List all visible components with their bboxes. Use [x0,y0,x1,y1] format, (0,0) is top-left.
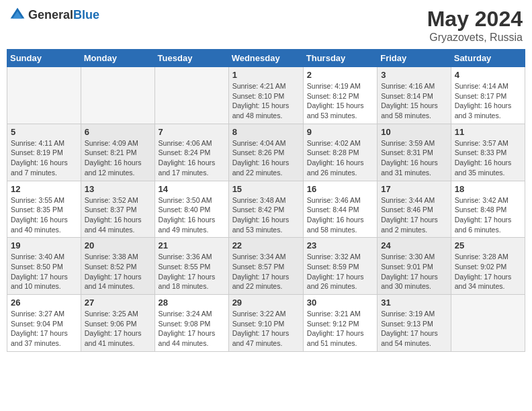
calendar-cell: 21Sunrise: 3:36 AM Sunset: 8:55 PM Dayli… [154,238,228,295]
day-info: Sunrise: 4:06 AM Sunset: 8:24 PM Dayligh… [159,138,225,178]
day-info: Sunrise: 3:25 AM Sunset: 9:06 PM Dayligh… [85,309,151,349]
calendar-cell: 29Sunrise: 3:22 AM Sunset: 9:10 PM Dayli… [228,295,303,352]
day-number: 17 [381,184,447,194]
day-number: 9 [307,127,373,137]
day-info: Sunrise: 4:09 AM Sunset: 8:21 PM Dayligh… [85,138,151,178]
day-number: 22 [232,240,300,250]
day-number: 5 [11,127,77,137]
calendar-cell: 23Sunrise: 3:32 AM Sunset: 8:59 PM Dayli… [303,238,377,295]
day-info: Sunrise: 4:02 AM Sunset: 8:28 PM Dayligh… [307,138,373,178]
day-info: Sunrise: 3:28 AM Sunset: 9:02 PM Dayligh… [455,252,521,291]
calendar-cell: 17Sunrise: 3:44 AM Sunset: 8:46 PM Dayli… [378,181,451,238]
day-info: Sunrise: 3:19 AM Sunset: 9:13 PM Dayligh… [381,309,447,349]
page-header: GeneralBlue May 2024 Gryazovets, Russia [7,7,525,44]
day-number: 12 [11,184,77,194]
logo-icon [9,7,26,23]
calendar-cell: 12Sunrise: 3:55 AM Sunset: 8:35 PM Dayli… [7,181,81,238]
day-number: 19 [11,240,77,250]
day-info: Sunrise: 4:16 AM Sunset: 8:14 PM Dayligh… [381,81,447,121]
day-info: Sunrise: 3:48 AM Sunset: 8:42 PM Dayligh… [232,195,300,235]
day-info: Sunrise: 3:42 AM Sunset: 8:48 PM Dayligh… [455,195,521,235]
day-info: Sunrise: 3:57 AM Sunset: 8:33 PM Dayligh… [455,138,521,178]
day-number: 28 [159,298,225,308]
day-number: 21 [159,240,225,250]
calendar-cell [7,67,81,124]
calendar-header-row: SundayMondayTuesdayWednesdayThursdayFrid… [7,50,525,67]
day-number: 24 [381,240,447,250]
day-number: 23 [307,240,373,250]
day-info: Sunrise: 3:50 AM Sunset: 8:40 PM Dayligh… [159,195,225,235]
day-number: 27 [85,298,151,308]
weekday-header: Sunday [7,50,81,67]
day-number: 30 [307,298,373,308]
calendar-cell: 28Sunrise: 3:24 AM Sunset: 9:08 PM Dayli… [154,295,228,352]
day-number: 26 [11,298,77,308]
calendar-week-row: 5Sunrise: 4:11 AM Sunset: 8:19 PM Daylig… [7,124,525,181]
weekday-header: Thursday [303,50,377,67]
logo: GeneralBlue [9,7,99,23]
weekday-header: Monday [81,50,154,67]
day-number: 20 [85,240,151,250]
calendar-cell: 25Sunrise: 3:28 AM Sunset: 9:02 PM Dayli… [451,238,525,295]
day-info: Sunrise: 3:40 AM Sunset: 8:50 PM Dayligh… [11,252,77,291]
calendar-cell [451,295,525,352]
day-info: Sunrise: 3:38 AM Sunset: 8:52 PM Dayligh… [85,252,151,291]
day-info: Sunrise: 3:21 AM Sunset: 9:12 PM Dayligh… [307,309,373,349]
calendar-week-row: 19Sunrise: 3:40 AM Sunset: 8:50 PM Dayli… [7,238,525,295]
calendar-cell: 22Sunrise: 3:34 AM Sunset: 8:57 PM Dayli… [228,238,303,295]
day-info: Sunrise: 4:14 AM Sunset: 8:17 PM Dayligh… [455,81,521,121]
day-number: 3 [381,70,447,80]
calendar-cell: 24Sunrise: 3:30 AM Sunset: 9:01 PM Dayli… [378,238,451,295]
calendar-cell: 13Sunrise: 3:52 AM Sunset: 8:37 PM Dayli… [81,181,154,238]
calendar-cell: 30Sunrise: 3:21 AM Sunset: 9:12 PM Dayli… [303,295,377,352]
day-number: 13 [85,184,151,194]
day-info: Sunrise: 3:27 AM Sunset: 9:04 PM Dayligh… [11,309,77,349]
weekday-header: Wednesday [228,50,303,67]
calendar-cell: 3Sunrise: 4:16 AM Sunset: 8:14 PM Daylig… [378,67,451,124]
calendar-cell: 11Sunrise: 3:57 AM Sunset: 8:33 PM Dayli… [451,124,525,181]
day-number: 29 [232,298,300,308]
calendar-cell: 7Sunrise: 4:06 AM Sunset: 8:24 PM Daylig… [154,124,228,181]
day-number: 11 [455,127,521,137]
title-block: May 2024 Gryazovets, Russia [427,7,523,44]
day-number: 31 [381,298,447,308]
day-number: 15 [232,184,300,194]
calendar-cell: 31Sunrise: 3:19 AM Sunset: 9:13 PM Dayli… [378,295,451,352]
day-number: 7 [159,127,225,137]
day-number: 2 [307,70,373,80]
calendar-cell: 14Sunrise: 3:50 AM Sunset: 8:40 PM Dayli… [154,181,228,238]
calendar-cell: 8Sunrise: 4:04 AM Sunset: 8:26 PM Daylig… [228,124,303,181]
weekday-header: Saturday [451,50,525,67]
day-number: 18 [455,184,521,194]
day-number: 25 [455,240,521,250]
calendar-cell: 19Sunrise: 3:40 AM Sunset: 8:50 PM Dayli… [7,238,81,295]
logo-general-text: GeneralBlue [28,8,99,22]
calendar-week-row: 26Sunrise: 3:27 AM Sunset: 9:04 PM Dayli… [7,295,525,352]
calendar-cell: 1Sunrise: 4:21 AM Sunset: 8:10 PM Daylig… [228,67,303,124]
day-info: Sunrise: 3:55 AM Sunset: 8:35 PM Dayligh… [11,195,77,235]
day-number: 8 [232,127,300,137]
calendar-cell: 16Sunrise: 3:46 AM Sunset: 8:44 PM Dayli… [303,181,377,238]
day-info: Sunrise: 3:34 AM Sunset: 8:57 PM Dayligh… [232,252,300,291]
weekday-header: Friday [378,50,451,67]
day-number: 14 [159,184,225,194]
subtitle: Gryazovets, Russia [427,32,523,44]
calendar-cell: 10Sunrise: 3:59 AM Sunset: 8:31 PM Dayli… [378,124,451,181]
day-info: Sunrise: 4:19 AM Sunset: 8:12 PM Dayligh… [307,81,373,121]
calendar-cell: 26Sunrise: 3:27 AM Sunset: 9:04 PM Dayli… [7,295,81,352]
calendar-cell [81,67,154,124]
day-number: 10 [381,127,447,137]
main-title: May 2024 [427,7,523,32]
calendar-cell: 5Sunrise: 4:11 AM Sunset: 8:19 PM Daylig… [7,124,81,181]
calendar-table: SundayMondayTuesdayWednesdayThursdayFrid… [7,49,525,352]
day-info: Sunrise: 3:52 AM Sunset: 8:37 PM Dayligh… [85,195,151,235]
calendar-cell: 27Sunrise: 3:25 AM Sunset: 9:06 PM Dayli… [81,295,154,352]
calendar-cell: 4Sunrise: 4:14 AM Sunset: 8:17 PM Daylig… [451,67,525,124]
day-info: Sunrise: 3:30 AM Sunset: 9:01 PM Dayligh… [381,252,447,291]
day-number: 6 [85,127,151,137]
calendar-cell: 20Sunrise: 3:38 AM Sunset: 8:52 PM Dayli… [81,238,154,295]
day-info: Sunrise: 3:24 AM Sunset: 9:08 PM Dayligh… [159,309,225,349]
calendar-cell: 2Sunrise: 4:19 AM Sunset: 8:12 PM Daylig… [303,67,377,124]
calendar-cell: 9Sunrise: 4:02 AM Sunset: 8:28 PM Daylig… [303,124,377,181]
day-info: Sunrise: 3:44 AM Sunset: 8:46 PM Dayligh… [381,195,447,235]
